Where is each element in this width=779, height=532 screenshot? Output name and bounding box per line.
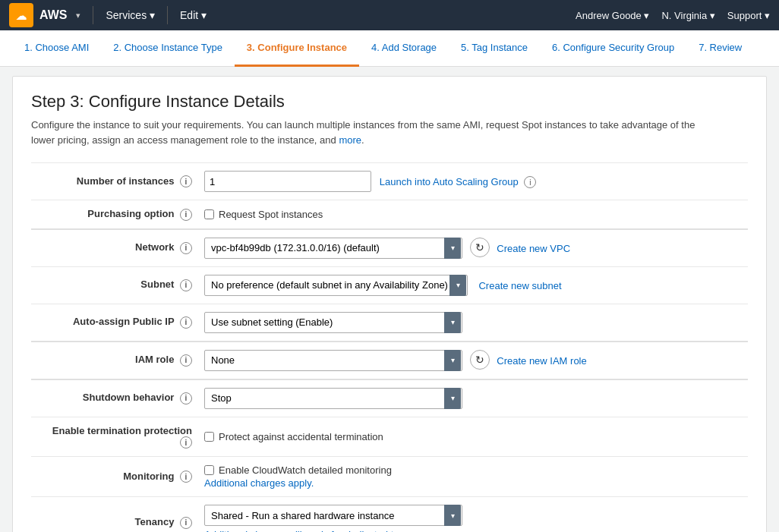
label-num-instances: Number of instances i [31,163,198,200]
tab-add-storage[interactable]: 4. Add Storage [359,30,449,67]
nav-region[interactable]: N. Virginia ▾ [661,10,714,21]
tenancy-select[interactable]: Shared - Run a shared hardware instance [204,505,462,526]
tab-choose-ami[interactable]: 1. Choose AMI [12,30,101,67]
create-subnet-link[interactable]: Create new subnet [478,279,561,291]
svg-text:☁: ☁ [16,10,27,22]
label-purchasing-option: Purchasing option i [31,200,198,229]
info-network[interactable]: i [180,242,192,254]
monitoring-charges-link[interactable]: Additional charges apply. [204,477,742,489]
network-select[interactable]: vpc-bf4b99db (172.31.0.0/16) (default) [204,238,462,259]
nav-separator-1 [93,6,93,24]
main-wrapper: Step 3: Configure Instance Details Confi… [0,76,779,532]
subnet-select[interactable]: No preference (default subnet in any Ava… [204,275,468,296]
row-shutdown-behavior: Shutdown behavior i Stop ▾ [31,379,748,417]
page-desc: Configure the instance to suit your requ… [31,118,748,147]
label-monitoring: Monitoring i [31,457,198,497]
row-monitoring: Monitoring i Enable CloudWatch detailed … [31,457,748,497]
auto-assign-select-wrapper: Use subnet setting (Enable) ▾ [204,312,462,333]
info-termination[interactable]: i [180,436,192,449]
label-iam-role: IAM role i [31,342,198,379]
termination-protection-checkbox[interactable] [204,432,214,442]
auto-scaling-link[interactable]: Launch into Auto Scaling Group [380,176,519,187]
info-num-instances[interactable]: i [180,175,192,187]
input-num-instances[interactable] [204,171,371,192]
termination-checkbox-label[interactable]: Protect against accidental termination [204,431,742,442]
nav-support[interactable]: Support ▾ [727,10,770,21]
row-tenancy: Tenancy i Shared - Run a shared hardware… [31,497,748,532]
purchasing-checkbox[interactable] [204,209,214,219]
info-subnet[interactable]: i [180,279,192,291]
iam-select-wrapper: None ▾ [204,350,462,371]
create-vpc-link[interactable]: Create new VPC [497,242,570,253]
tenancy-select-wrapper: Shared - Run a shared hardware instance … [204,505,462,526]
field-purchasing-option: Request Spot instances [198,200,748,229]
tab-choose-instance[interactable]: 2. Choose Instance Type [101,30,235,67]
more-link[interactable]: more [339,134,361,146]
info-iam-role[interactable]: i [180,354,192,367]
field-subnet: No preference (default subnet in any Ava… [198,266,748,304]
tab-configure-instance[interactable]: 3. Configure Instance [235,30,359,67]
shutdown-behavior-select[interactable]: Stop [204,388,462,409]
create-iam-link[interactable]: Create new IAM role [497,354,587,366]
network-select-wrapper: vpc-bf4b99db (172.31.0.0/16) (default) ▾ [204,238,462,259]
field-auto-assign-ip: Use subnet setting (Enable) ▾ [198,304,748,342]
iam-role-select[interactable]: None [204,350,462,371]
info-monitoring[interactable]: i [180,471,192,483]
field-network: vpc-bf4b99db (172.31.0.0/16) (default) ▾… [198,229,748,267]
field-shutdown-behavior: Stop ▾ [198,379,748,417]
row-iam-role: IAM role i None ▾ ↻ Create new IAM role [31,342,748,379]
label-termination-protection: Enable termination protection i [31,417,198,457]
tab-tag-instance[interactable]: 5. Tag Instance [449,30,540,67]
nav-separator-2 [167,6,168,24]
row-subnet: Subnet i No preference (default subnet i… [31,266,748,304]
subnet-select-wrapper: No preference (default subnet in any Ava… [204,275,468,296]
tab-configure-sg[interactable]: 6. Configure Security Group [540,30,686,67]
info-tenancy[interactable]: i [180,517,192,529]
label-network: Network i [31,229,198,267]
field-num-instances: Launch into Auto Scaling Group i [198,163,748,200]
field-tenancy: Shared - Run a shared hardware instance … [198,497,748,532]
field-iam-role: None ▾ ↻ Create new IAM role [198,342,748,379]
row-network: Network i vpc-bf4b99db (172.31.0.0/16) (… [31,229,748,267]
info-auto-assign-ip[interactable]: i [180,316,192,329]
info-shutdown[interactable]: i [180,392,192,405]
info-auto-scaling[interactable]: i [524,176,536,188]
row-num-instances: Number of instances i Launch into Auto S… [31,163,748,200]
row-purchasing-option: Purchasing option i Request Spot instanc… [31,200,748,229]
label-auto-assign-ip: Auto-assign Public IP i [31,304,198,342]
aws-brand[interactable]: AWS [39,8,67,22]
network-refresh-icon[interactable]: ↻ [470,238,490,257]
nav-user[interactable]: Andrew Goode ▾ [576,10,649,21]
nav-right: Andrew Goode ▾ N. Virginia ▾ Support ▾ [576,10,770,21]
auto-assign-select[interactable]: Use subnet setting (Enable) [204,312,462,333]
aws-brand-arrow[interactable]: ▾ [76,11,80,20]
info-purchasing[interactable]: i [180,209,192,221]
iam-refresh-icon[interactable]: ↻ [470,350,490,370]
main-content: Step 3: Configure Instance Details Confi… [12,76,767,532]
field-monitoring: Enable CloudWatch detailed monitoring Ad… [198,457,748,497]
label-shutdown-behavior: Shutdown behavior i [31,379,198,417]
row-auto-assign-ip: Auto-assign Public IP i Use subnet setti… [31,304,748,342]
monitoring-checkbox-label[interactable]: Enable CloudWatch detailed monitoring [204,464,742,476]
purchasing-checkbox-label[interactable]: Request Spot instances [204,209,742,220]
label-tenancy: Tenancy i [31,497,198,532]
tenancy-warning-text: Additional charges will apply for dedica… [204,529,742,532]
top-nav: ☁ AWS ▾ Services ▾ Edit ▾ Andrew Goode ▾… [0,0,779,30]
label-subnet: Subnet i [31,266,198,304]
aws-logo: ☁ [9,3,33,27]
nav-edit[interactable]: Edit ▾ [180,9,207,21]
monitoring-checkbox[interactable] [204,465,214,475]
field-termination-protection: Protect against accidental termination [198,417,748,457]
shutdown-select-wrapper: Stop ▾ [204,388,462,409]
tabs-bar: 1. Choose AMI 2. Choose Instance Type 3.… [0,30,779,67]
form-table: Number of instances i Launch into Auto S… [31,162,748,532]
nav-services[interactable]: Services ▾ [106,9,155,21]
page-title: Step 3: Configure Instance Details [31,92,748,112]
tab-review[interactable]: 7. Review [686,30,754,67]
row-termination-protection: Enable termination protection i Protect … [31,417,748,457]
